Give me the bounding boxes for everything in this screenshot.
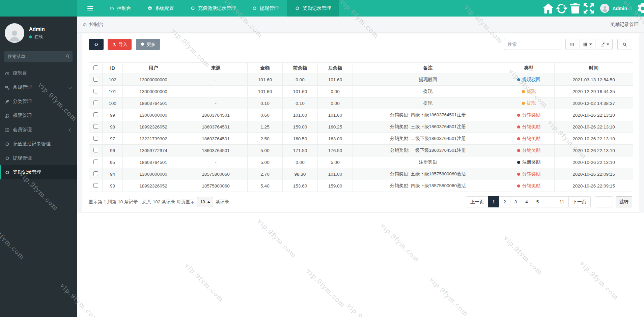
column-header: 后余额 (318, 63, 353, 74)
settings-gears-icon[interactable] (636, 0, 644, 17)
cell-before: 0.00 (283, 156, 318, 168)
row-checkbox[interactable] (93, 148, 98, 152)
sidebar-item-label: 控制台 (13, 70, 27, 76)
columns-dropdown-button[interactable] (580, 39, 595, 50)
page-button[interactable]: 3 (510, 196, 522, 207)
row-checkbox[interactable] (93, 183, 98, 188)
topnav-tab-label: 提现管理 (260, 5, 279, 11)
avatar[interactable] (5, 23, 24, 43)
cell-user: 18603764501 (123, 97, 184, 109)
cell-after: 0.00 (318, 97, 353, 109)
cell-amount: 0.10 (248, 97, 283, 109)
expand-icon[interactable] (582, 0, 595, 17)
watermark-text: vip.9fym.com (184, 261, 225, 303)
cell-remark: 分销奖励: 三级下级18603764501注册 (353, 121, 503, 133)
cell-after: 0.00 (318, 86, 353, 97)
page-button[interactable]: 5 (532, 196, 543, 207)
sidebar-item-8[interactable]: 奖励记录管理 (0, 165, 77, 179)
trash-icon[interactable] (568, 0, 582, 17)
column-header: 来源 (184, 63, 248, 74)
circle-icon (5, 170, 13, 175)
row-checkbox[interactable] (93, 112, 98, 117)
cell-user: 13000000000 (123, 86, 184, 97)
refresh-icon[interactable] (555, 0, 568, 17)
table-row: 9818992326052186037645011.25159.00160.25… (89, 121, 633, 133)
cell-id: 102 (103, 74, 123, 86)
cell-id: 99 (103, 109, 123, 121)
cell-time: 2020-10-26 22:13:10 (555, 156, 633, 168)
row-select-cell (89, 109, 103, 121)
row-checkbox[interactable] (93, 124, 98, 129)
page-button[interactable]: 11 (555, 196, 568, 207)
chevron-down-icon (69, 86, 72, 89)
cell-remark: 分销奖励: 四级下级18603764501注册 (353, 109, 503, 121)
sidebar-item-2[interactable]: 常规管理 (0, 80, 77, 94)
row-checkbox[interactable] (93, 160, 98, 164)
avatar[interactable] (600, 4, 609, 13)
cell-remark: 提现 (353, 97, 503, 109)
topnav-tab-1[interactable]: 控制台 (101, 0, 139, 17)
cell-time: 2021-03-13 12:54:50 (555, 74, 633, 86)
select-all-checkbox[interactable] (93, 65, 98, 70)
page-button-active[interactable]: 1 (488, 196, 500, 207)
jump-page-input[interactable] (595, 196, 613, 207)
table-row: 9318992326052185758000605.40153.60159.00… (89, 180, 633, 192)
topbar-username[interactable]: Admin (612, 6, 627, 11)
page-button[interactable]: 上一页 (466, 196, 488, 207)
sidebar-item-label: 常规管理 (13, 84, 32, 90)
row-select-cell (89, 145, 103, 156)
export-dropdown-button[interactable] (597, 39, 613, 50)
sidebar-item-7[interactable]: 提现管理 (0, 151, 77, 165)
search-button[interactable] (617, 39, 632, 50)
menu-search-input[interactable] (4, 51, 73, 62)
refresh-button[interactable] (89, 39, 104, 50)
row-checkbox[interactable] (93, 89, 98, 93)
cell-after: 5.00 (318, 156, 353, 168)
row-checkbox[interactable] (93, 171, 98, 176)
sidebar-profile: Admin 在线 (0, 17, 77, 48)
column-header: 用户 (123, 63, 184, 74)
watermark-text: vip.9fym.com (428, 276, 470, 317)
row-checkbox[interactable] (93, 100, 98, 105)
menu-toggle-button[interactable] (82, 0, 98, 17)
cell-after: 101.60 (318, 74, 353, 86)
home-icon[interactable] (541, 0, 555, 17)
cell-id: 101 (103, 86, 123, 97)
table-view-icon (569, 42, 574, 47)
table-search-input[interactable] (504, 39, 561, 50)
topnav-tab-3[interactable]: 充值激活记录管理 (182, 0, 244, 17)
row-checkbox[interactable] (93, 136, 98, 141)
topnav-tab-2[interactable]: 系统配置 (139, 0, 182, 17)
more-button-label: 更多 (147, 41, 156, 48)
row-checkbox[interactable] (93, 77, 98, 82)
type-label: 提现 (527, 100, 536, 106)
sidebar-item-1[interactable]: 控制台 (0, 66, 77, 80)
page-size-dropdown[interactable]: 10 (197, 197, 213, 207)
page-button[interactable]: 下一页 (568, 196, 591, 207)
import-button[interactable]: 导入 (108, 39, 132, 50)
type-dot-icon (517, 114, 520, 117)
topnav-tab-4[interactable]: 提现管理 (244, 0, 287, 17)
cell-time: 2020-10-26 22:13:10 (555, 133, 633, 145)
jump-button[interactable]: 跳转 (616, 196, 632, 207)
breadcrumb-title[interactable]: 控制台 (89, 22, 104, 28)
sidebar-item-6[interactable]: 充值激活记录管理 (0, 137, 77, 151)
page-button[interactable]: 2 (499, 196, 510, 207)
sidebar-item-4[interactable]: 权限管理 (0, 109, 77, 123)
cell-remark: 提现 (353, 86, 503, 97)
cell-amount: 5.00 (248, 145, 283, 156)
pagination: 上一页12345...11下一页 (466, 196, 591, 207)
cell-user: 13000000000 (123, 109, 184, 121)
more-button[interactable]: 更多 (136, 39, 160, 50)
page-button[interactable]: 4 (521, 196, 532, 207)
cell-id: 96 (103, 145, 123, 156)
topnav-tab-5[interactable]: 奖励记录管理 (287, 0, 339, 17)
toggle-view-button[interactable] (565, 39, 578, 50)
sidebar-item-label: 奖励记录管理 (13, 169, 41, 175)
type-dot-icon (517, 173, 520, 176)
search-icon[interactable] (65, 54, 70, 58)
sidebar-item-3[interactable]: 分类管理 (0, 94, 77, 109)
cell-remark: 分销奖励: 四级下级18575800060激活 (353, 180, 503, 192)
cell-amount: 1.25 (248, 121, 283, 133)
sidebar-item-5[interactable]: 会员管理 (0, 123, 77, 137)
